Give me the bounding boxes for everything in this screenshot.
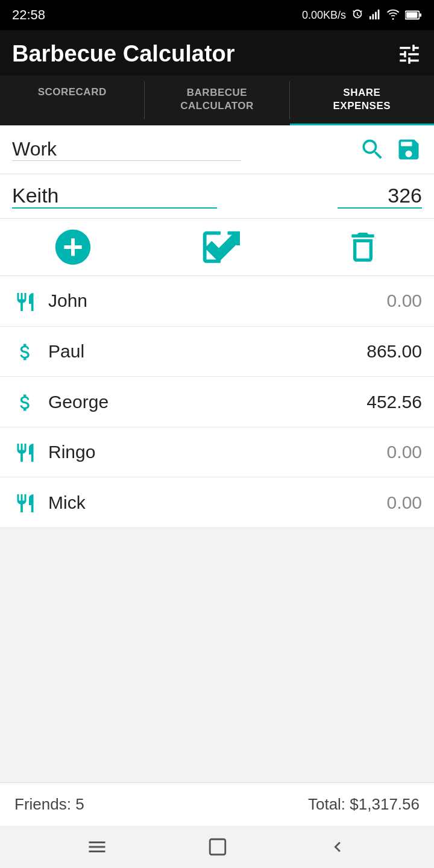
active-person-name-input[interactable]: [12, 184, 217, 209]
status-bar: 22:58 0.00KB/s: [0, 0, 434, 30]
add-person-button[interactable]: [52, 226, 94, 268]
status-time: 22:58: [12, 7, 45, 23]
person-item-mick[interactable]: Mick 0.00: [0, 477, 434, 528]
event-name-input[interactable]: [12, 138, 241, 161]
edit-receipt-icon: [198, 226, 240, 268]
person-amount-george: 452.56: [366, 392, 422, 412]
event-icons: [359, 136, 422, 163]
back-button[interactable]: [327, 837, 348, 858]
app-title: Barbecue Calculator: [12, 41, 235, 67]
person-name-john: John: [48, 291, 387, 311]
back-icon: [327, 837, 348, 857]
person-amount-mick: 0.00: [387, 492, 422, 513]
signal-icon: [369, 8, 382, 22]
battery-icon: [405, 8, 422, 22]
settings-button[interactable]: [397, 42, 422, 67]
app-header: Barbecue Calculator: [0, 30, 434, 75]
svg-rect-3: [378, 10, 380, 20]
person-name-paul: Paul: [48, 341, 366, 362]
content-area: John 0.00 Paul 865.00 George 452.56: [0, 125, 434, 782]
person-amount-ringo: 0.00: [387, 442, 422, 462]
active-person-amount-input[interactable]: [338, 184, 422, 209]
person-item-ringo[interactable]: Ringo 0.00: [0, 427, 434, 478]
event-name-row: [0, 125, 434, 174]
person-list: John 0.00 Paul 865.00 George 452.56: [0, 276, 434, 528]
person-name-mick: Mick: [48, 492, 387, 513]
person-name-george: George: [48, 392, 366, 412]
search-icon: [359, 136, 386, 163]
action-buttons-row: [0, 219, 434, 276]
svg-rect-0: [370, 16, 371, 20]
edit-expense-button[interactable]: [198, 226, 240, 268]
dollar-icon-paul: [12, 340, 39, 363]
settings-sliders-icon: [397, 42, 422, 67]
fork-knife-icon-mick: [12, 491, 39, 514]
friends-count: Friends: 5: [14, 795, 84, 814]
svg-rect-1: [373, 14, 374, 19]
person-item-john[interactable]: John 0.00: [0, 276, 434, 327]
svg-rect-6: [420, 13, 421, 17]
android-nav-bar: [0, 826, 434, 868]
summary-bar: Friends: 5 Total: $1,317.56: [0, 782, 434, 826]
menu-icon: [86, 836, 108, 858]
svg-rect-5: [406, 12, 418, 17]
person-item-paul[interactable]: Paul 865.00: [0, 327, 434, 377]
delete-icon: [344, 228, 382, 266]
svg-rect-7: [210, 840, 225, 855]
person-item-george[interactable]: George 452.56: [0, 377, 434, 427]
delete-person-button[interactable]: [344, 228, 382, 266]
person-amount-john: 0.00: [387, 291, 422, 311]
network-speed: 0.00KB/s: [302, 9, 346, 22]
tab-barbecue-calculator[interactable]: BARBECUECALCULATOR: [145, 75, 289, 125]
wifi-icon: [387, 8, 400, 22]
person-name-ringo: Ringo: [48, 442, 387, 462]
status-icons: 0.00KB/s: [302, 8, 422, 22]
svg-rect-2: [375, 12, 377, 20]
add-circle-icon: [52, 226, 94, 268]
total-amount: Total: $1,317.56: [308, 795, 420, 814]
tab-scorecard[interactable]: SCORECARD: [0, 75, 144, 125]
search-button[interactable]: [359, 136, 386, 163]
home-square-icon: [207, 837, 228, 857]
tab-bar: SCORECARD BARBECUECALCULATOR SHAREEXPENS…: [0, 75, 434, 125]
fork-knife-icon-ringo: [12, 441, 39, 464]
menu-button[interactable]: [86, 836, 108, 858]
save-button[interactable]: [395, 136, 422, 163]
save-icon: [395, 136, 422, 163]
alarm-icon: [351, 8, 364, 22]
tab-share-expenses[interactable]: SHAREEXPENSES: [290, 75, 434, 125]
person-amount-paul: 865.00: [366, 341, 422, 362]
fork-knife-icon-john: [12, 289, 39, 313]
content-spacer: [0, 528, 434, 649]
home-button[interactable]: [207, 837, 228, 858]
active-person-row: [0, 174, 434, 219]
dollar-icon-george: [12, 390, 39, 414]
